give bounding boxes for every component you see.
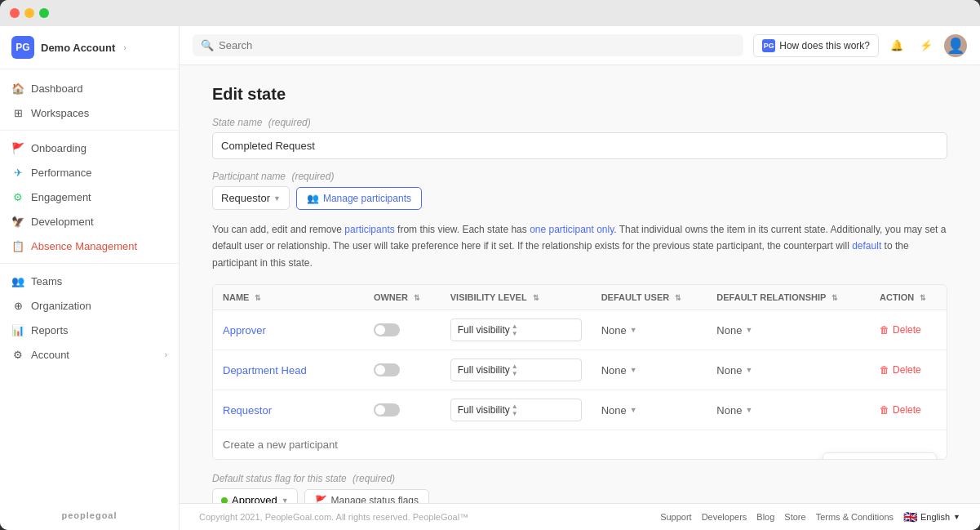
trash-icon: 🗑 <box>880 404 889 416</box>
owner-toggle-approver[interactable] <box>374 323 400 336</box>
row-default-rel: None ▼ <box>707 310 870 350</box>
sidebar-item-account[interactable]: ⚙ Account › <box>0 342 179 367</box>
sidebar-item-onboarding[interactable]: 🚩 Onboarding <box>0 136 179 160</box>
minimize-btn[interactable] <box>24 8 34 18</box>
delete-button-approver[interactable]: 🗑 Delete <box>880 324 921 336</box>
row-owner <box>364 350 441 390</box>
footer-link-support[interactable]: Support <box>660 512 692 522</box>
notifications-button[interactable]: 🔔 <box>885 34 908 57</box>
col-header-action: ACTION ⇅ <box>870 285 947 310</box>
row-default-user: None ▼ <box>592 310 707 350</box>
maximize-btn[interactable] <box>39 8 49 18</box>
relationship-dropdown: Manager 🗑 Reset <box>823 452 937 460</box>
sidebar-item-dashboard[interactable]: 🏠 Dashboard <box>0 76 179 100</box>
table-header: NAME ⇅ OWNER ⇅ VISIBILITY LEVEL ⇅ <box>213 285 947 310</box>
title-bar <box>0 0 980 26</box>
manage-participants-button[interactable]: 👥 Manage participants <box>296 187 422 210</box>
manage-status-button[interactable]: 🚩 Manage status flags <box>304 489 429 503</box>
engagement-icon: ⚙ <box>11 190 24 203</box>
col-header-owner: OWNER ⇅ <box>364 285 441 310</box>
user-avatar[interactable]: 👤 <box>944 34 967 57</box>
select-arrow-icon: ▼ <box>273 194 281 203</box>
default-user-select-approver[interactable]: None ▼ <box>601 324 698 336</box>
delete-button-depthead[interactable]: 🗑 Delete <box>880 364 921 376</box>
row-action: 🗑 Delete <box>870 350 947 390</box>
power-icon: ⚡ <box>920 39 933 51</box>
status-arrow-icon: ▼ <box>282 497 289 503</box>
participant-name-label: Participant name (required) <box>212 171 947 182</box>
topbar-right: PG How does this work? 🔔 ⚡ 👤 <box>753 34 967 57</box>
table: NAME ⇅ OWNER ⇅ VISIBILITY LEVEL ⇅ <box>213 285 947 459</box>
default-user-select-depthead[interactable]: None ▼ <box>601 364 698 376</box>
owner-toggle-requestor[interactable] <box>374 403 400 416</box>
account-expand-icon: › <box>165 350 167 359</box>
app-window: PG Demo Account › 🏠 Dashboard ⊞ Workspac… <box>0 0 980 530</box>
sidebar-item-performance[interactable]: ✈ Performance <box>0 160 179 185</box>
sidebar-item-organization[interactable]: ⊕ Organization <box>0 293 179 318</box>
row-name: Requestor <box>213 390 364 430</box>
table-body: Approver Full visibility ▲▼ <box>213 310 947 460</box>
sidebar-item-label: Development <box>31 216 94 228</box>
visibility-select-depthead[interactable]: Full visibility ▲▼ <box>450 359 582 381</box>
info-text: You can add, edit and remove participant… <box>212 221 947 271</box>
default-rel-select-approver[interactable]: None ▼ <box>716 324 860 336</box>
language-selector[interactable]: 🇬🇧 English ▼ <box>903 510 960 523</box>
close-btn[interactable] <box>10 8 20 18</box>
dashboard-icon: 🏠 <box>11 82 24 95</box>
footer-link-developers[interactable]: Developers <box>702 512 747 522</box>
footer-link-terms[interactable]: Terms & Conditions <box>816 512 894 522</box>
page-title: Edit state <box>212 85 947 104</box>
status-section: Default status flag for this state (requ… <box>212 473 947 503</box>
power-button[interactable]: ⚡ <box>915 34 938 57</box>
dropdown-arrow-icon: ▼ <box>745 326 752 334</box>
status-label: Default status flag for this state (requ… <box>212 473 947 484</box>
visibility-select-requestor[interactable]: Full visibility ▲▼ <box>450 399 582 421</box>
sidebar-footer: peoplegoal <box>0 501 179 530</box>
sidebar-logo-icon: PG <box>11 36 34 59</box>
row-visibility: Full visibility ▲▼ <box>441 310 592 350</box>
new-participant-input[interactable] <box>223 439 937 451</box>
account-name: Demo Account <box>41 42 115 54</box>
owner-toggle-depthead[interactable] <box>374 363 400 376</box>
main-content: Edit state State name (required) Partici… <box>180 65 980 503</box>
search-box[interactable]: 🔍 <box>193 34 743 56</box>
sidebar-item-workspaces[interactable]: ⊞ Workspaces <box>0 100 179 125</box>
sidebar-item-label: Engagement <box>31 191 91 203</box>
account-icon: ⚙ <box>11 348 24 361</box>
help-icon: PG <box>762 39 775 52</box>
sidebar-item-development[interactable]: 🦅 Development <box>0 209 179 234</box>
vis-arrows-icon: ▲▼ <box>512 323 518 337</box>
col-header-default-rel: DEFAULT RELATIONSHIP ⇅ <box>707 285 870 310</box>
dropdown-item-manager[interactable]: Manager <box>823 457 936 460</box>
sidebar-item-label: Account <box>31 349 69 361</box>
search-input[interactable] <box>219 39 735 51</box>
bell-icon: 🔔 <box>890 39 903 51</box>
dropdown-arrow-icon: ▼ <box>745 366 752 374</box>
footer-link-blog[interactable]: Blog <box>756 512 774 522</box>
sort-owner-icon: ⇅ <box>414 294 420 302</box>
table-row: Requestor Full visibility ▲▼ <box>213 390 947 430</box>
row-owner <box>364 390 441 430</box>
delete-button-requestor[interactable]: 🗑 Delete <box>880 404 921 416</box>
row-default-user: None ▼ <box>592 390 707 430</box>
visibility-select-approver[interactable]: Full visibility ▲▼ <box>450 318 582 341</box>
participant-select[interactable]: Requestor ▼ <box>212 186 290 210</box>
sidebar-item-engagement[interactable]: ⚙ Engagement <box>0 185 179 209</box>
performance-icon: ✈ <box>11 166 24 179</box>
footer-link-store[interactable]: Store <box>784 512 805 522</box>
trash-icon: 🗑 <box>880 324 889 336</box>
sidebar-item-teams[interactable]: 👥 Teams <box>0 269 179 293</box>
status-select[interactable]: Approved ▼ <box>212 488 298 503</box>
default-rel-select-requestor[interactable]: None ▼ <box>716 404 860 416</box>
default-user-select-requestor[interactable]: None ▼ <box>601 404 698 416</box>
sidebar-item-label: Dashboard <box>31 82 83 95</box>
sidebar-item-reports[interactable]: 📊 Reports <box>0 318 179 342</box>
sort-vis-icon: ⇅ <box>533 294 539 302</box>
help-button[interactable]: PG How does this work? <box>753 34 879 57</box>
dropdown-arrow-icon: ▼ <box>630 366 637 374</box>
sidebar-item-absence[interactable]: 📋 Absence Management <box>0 234 179 258</box>
manage-icon: 👥 <box>307 193 319 204</box>
state-name-input[interactable] <box>212 132 947 159</box>
default-rel-select-depthead[interactable]: None ▼ <box>716 364 860 376</box>
dropdown-arrow-icon: ▼ <box>630 406 637 414</box>
